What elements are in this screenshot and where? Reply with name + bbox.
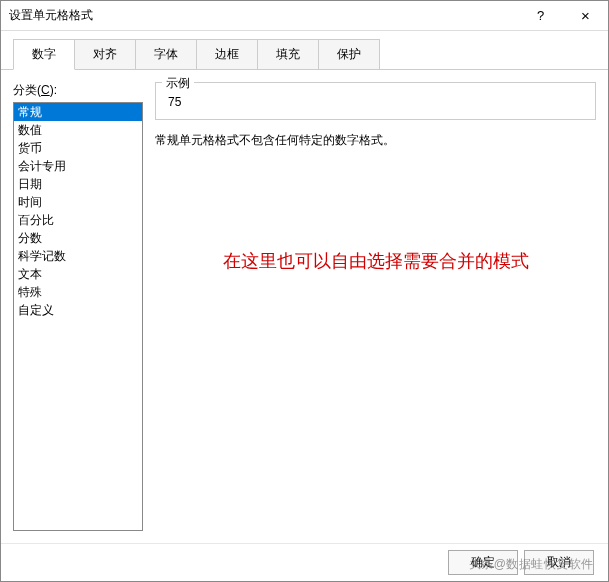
cancel-button[interactable]: 取消 (524, 550, 594, 575)
list-item[interactable]: 自定义 (14, 301, 142, 319)
list-item[interactable]: 文本 (14, 265, 142, 283)
titlebar: 设置单元格格式 ? × (1, 1, 608, 31)
ok-button[interactable]: 确定 (448, 550, 518, 575)
tab-alignment[interactable]: 对齐 (74, 39, 136, 69)
tab-font[interactable]: 字体 (135, 39, 197, 69)
tab-bar: 数字 对齐 字体 边框 填充 保护 (1, 31, 608, 70)
tab-fill[interactable]: 填充 (257, 39, 319, 69)
list-item[interactable]: 科学记数 (14, 247, 142, 265)
list-item[interactable]: 百分比 (14, 211, 142, 229)
format-cells-dialog: 设置单元格格式 ? × 数字 对齐 字体 边框 填充 保护 分类(C): 常规 … (0, 0, 609, 582)
list-item[interactable]: 特殊 (14, 283, 142, 301)
tab-protection[interactable]: 保护 (318, 39, 380, 69)
help-button[interactable]: ? (518, 1, 563, 31)
list-item[interactable]: 货币 (14, 139, 142, 157)
list-item[interactable]: 时间 (14, 193, 142, 211)
dialog-footer: 确定 取消 头条@数据蛙恢复软件 (1, 543, 608, 581)
list-item[interactable]: 会计专用 (14, 157, 142, 175)
detail-column: 示例 75 常规单元格格式不包含任何特定的数字格式。 在这里也可以自由选择需要合… (155, 82, 596, 531)
close-button[interactable]: × (563, 1, 608, 31)
list-item[interactable]: 日期 (14, 175, 142, 193)
example-group: 示例 75 (155, 82, 596, 120)
example-value: 75 (166, 91, 585, 109)
list-item[interactable]: 常规 (14, 103, 142, 121)
list-item[interactable]: 数值 (14, 121, 142, 139)
tab-border[interactable]: 边框 (196, 39, 258, 69)
category-column: 分类(C): 常规 数值 货币 会计专用 日期 时间 百分比 分数 科学记数 文… (13, 82, 143, 531)
tab-number[interactable]: 数字 (13, 39, 75, 70)
content-area: 分类(C): 常规 数值 货币 会计专用 日期 时间 百分比 分数 科学记数 文… (1, 70, 608, 543)
list-item[interactable]: 分数 (14, 229, 142, 247)
example-label: 示例 (162, 75, 194, 92)
category-listbox[interactable]: 常规 数值 货币 会计专用 日期 时间 百分比 分数 科学记数 文本 特殊 自定… (13, 102, 143, 531)
annotation-text: 在这里也可以自由选择需要合并的模式 (155, 249, 596, 273)
window-title: 设置单元格格式 (9, 7, 518, 24)
format-description: 常规单元格格式不包含任何特定的数字格式。 (155, 132, 596, 149)
category-label: 分类(C): (13, 82, 143, 99)
